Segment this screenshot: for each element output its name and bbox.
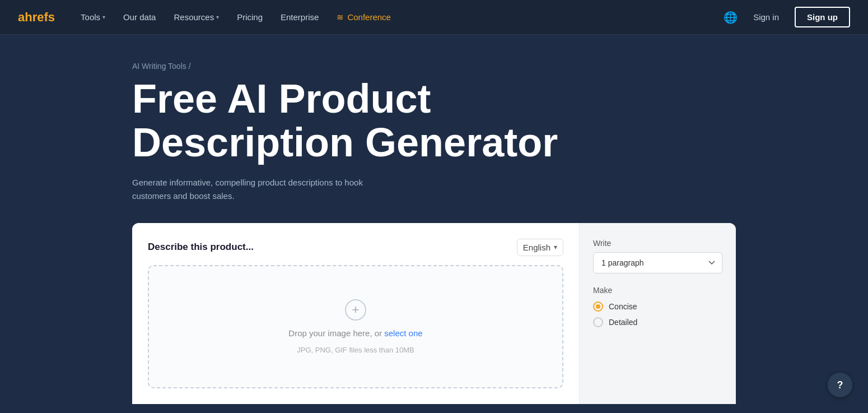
hero-subtitle: Generate informative, compelling product… (132, 176, 384, 203)
conference-label: Conference (347, 12, 391, 22)
chevron-down-icon: ▾ (554, 243, 557, 251)
nav-pricing[interactable]: Pricing (229, 8, 270, 26)
tools-label: Tools (81, 12, 100, 22)
pricing-label: Pricing (237, 12, 263, 22)
language-label: English (523, 243, 550, 252)
nav-right: 🌐 Sign in Sign up (724, 7, 850, 27)
drop-zone[interactable]: + Drop your image here, or select one JP… (148, 265, 563, 388)
page-title: Free AI Product Description Generator (132, 77, 580, 165)
radio-concise[interactable]: Concise (593, 301, 722, 312)
nav-enterprise[interactable]: Enterprise (273, 8, 326, 26)
radio-group: Concise Detailed (593, 301, 722, 327)
card-label: Describe this product... (148, 242, 254, 253)
navbar: ahrefs Tools ▾ Our data Resources ▾ Pric… (0, 0, 868, 35)
tool-card-right: Write 1 paragraph 2 paragraphs 3 paragra… (579, 223, 736, 404)
radio-detailed-circle (593, 317, 603, 327)
resources-label: Resources (174, 12, 214, 22)
hero-section: AI Writing Tools / Free AI Product Descr… (0, 35, 868, 404)
sign-up-button[interactable]: Sign up (795, 7, 850, 27)
enterprise-label: Enterprise (281, 12, 319, 22)
radio-concise-label: Concise (609, 302, 637, 311)
make-label: Make (593, 286, 722, 295)
nav-conference[interactable]: ≋ Conference (329, 8, 399, 27)
logo-a: a (18, 10, 25, 24)
tool-card-left: Describe this product... English ▾ + Dro… (132, 223, 579, 404)
logo-text: ahrefs (18, 10, 55, 25)
nav-our-data[interactable]: Our data (115, 8, 164, 26)
resources-chevron-icon: ▾ (216, 14, 219, 20)
our-data-label: Our data (123, 12, 156, 22)
nav-links: Tools ▾ Our data Resources ▾ Pricing Ent… (73, 8, 724, 27)
logo[interactable]: ahrefs (18, 10, 55, 25)
radio-concise-circle (593, 301, 603, 312)
sign-in-button[interactable]: Sign in (746, 8, 786, 26)
card-header: Describe this product... English ▾ (148, 239, 563, 256)
language-selector[interactable]: English ▾ (517, 239, 563, 256)
nav-tools[interactable]: Tools ▾ (73, 8, 113, 26)
radio-detailed-label: Detailed (609, 318, 637, 327)
tool-card: Describe this product... English ▾ + Dro… (132, 223, 736, 404)
conference-icon: ≋ (337, 12, 344, 22)
breadcrumb: AI Writing Tools / (132, 62, 868, 71)
radio-detailed[interactable]: Detailed (593, 317, 722, 327)
plus-icon: + (345, 299, 366, 321)
globe-icon[interactable]: 🌐 (724, 11, 738, 24)
nav-resources[interactable]: Resources ▾ (166, 8, 227, 26)
help-button[interactable]: ? (828, 373, 852, 397)
tools-chevron-icon: ▾ (102, 14, 105, 20)
drop-zone-text: Drop your image here, or select one (288, 328, 422, 338)
drop-zone-hint: JPG, PNG, GIF files less than 10MB (297, 346, 414, 354)
write-label: Write (593, 239, 722, 248)
drop-text-before: Drop your image here, or (288, 328, 384, 338)
paragraph-select[interactable]: 1 paragraph 2 paragraphs 3 paragraphs (593, 252, 722, 273)
select-one-link[interactable]: select one (384, 328, 422, 338)
